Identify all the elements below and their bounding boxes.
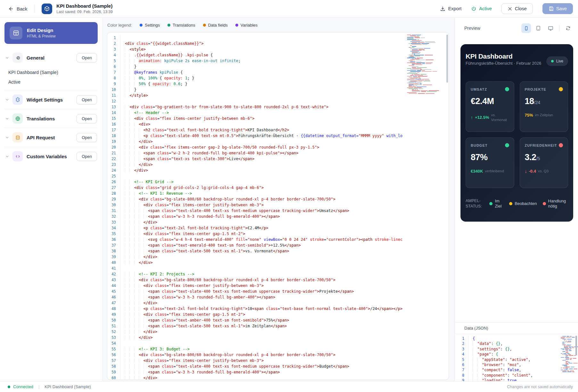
code-text: "loading": true,: [468, 378, 578, 381]
sidebar-child-item[interactable]: KPI Dashboard (Sample): [8, 68, 98, 77]
editor-line: 39 </div>: [107, 254, 449, 260]
code-text: </div>: [120, 329, 449, 335]
line-number: 1: [455, 336, 468, 341]
line-number: 49: [107, 312, 120, 317]
line-number: 22: [107, 156, 120, 162]
line-number: 7: [107, 69, 120, 75]
editor-line: 50 <span class="text-amber-400 text-sm f…: [107, 317, 449, 323]
line-number: 58: [107, 363, 120, 369]
back-button[interactable]: Back: [8, 6, 27, 12]
code-text: <div class="flex items-center justify-be…: [120, 116, 449, 121]
editor-line: 48 <p class="text-2xl font-bold tracking…: [107, 306, 449, 312]
editor-line: 20 <div class="flex items-center gap-2 b…: [107, 144, 449, 150]
save-button[interactable]: Save: [542, 3, 573, 14]
line-number: 48: [107, 306, 120, 312]
editor-line: 30 <div class="flex items-center justify…: [107, 202, 449, 208]
code-text: <p class="text-2xl font-bold tracking-ti…: [120, 306, 449, 312]
json-scrollbar[interactable]: [575, 336, 577, 355]
open-button[interactable]: Open: [77, 53, 97, 62]
open-button[interactable]: Open: [77, 95, 97, 104]
line-number: 12: [107, 98, 120, 104]
kpi-card-header: UMSATZ: [471, 87, 509, 91]
open-button[interactable]: Open: [77, 152, 97, 161]
line-number: 34: [107, 225, 120, 231]
kpi-value: 87%: [471, 152, 509, 162]
kpi-card-projekte: PROJEKTE18/2475%im Zeitplan: [520, 81, 568, 132]
code-text: <span class="text-amber-400 text-sm font…: [120, 317, 449, 323]
color-legend-label: Color legend:: [107, 23, 132, 28]
line-number: 2: [107, 41, 120, 46]
ampel-item-label: Beobachten: [515, 201, 537, 206]
code-text: <div class="flex items-center justify-be…: [120, 202, 449, 208]
editor-line: 37 <span class="text-emerald-400 text-sm…: [107, 242, 449, 248]
editor-line: 49 <div class="flex items-center gap-1.5…: [107, 312, 449, 317]
code-lines[interactable]: 12<div class="{{widget.className}}">3 <s…: [107, 33, 449, 380]
autosave-note: Changes are not saved automatically: [507, 385, 573, 389]
preview-refresh-button[interactable]: [563, 23, 573, 33]
code-text: <div class="flex items-center gap-2 bg-s…: [120, 144, 449, 150]
code-text: animation: kpiPulse 2s ease-in-out infin…: [120, 58, 449, 64]
sidebar-child-item[interactable]: Active: [8, 77, 98, 87]
editor-line: 58 <span class="text-slate-400 text-xs f…: [107, 363, 449, 369]
kpi-trend-row: ↓-0.4vs. Q3: [525, 169, 563, 174]
status-document-name: KPI Dashboard (Sample): [45, 384, 91, 389]
connected-dot: [8, 386, 10, 388]
open-button[interactable]: Open: [77, 133, 97, 142]
line-number: 42: [107, 271, 120, 277]
code-text: <div class="grid grid-cols-2 lg:grid-col…: [120, 185, 449, 191]
code-text: <div class="bg-slate-800/60 backdrop-blu…: [120, 277, 449, 283]
legend-item-label: Settings: [145, 23, 160, 28]
kpi-value: 18/24: [525, 96, 563, 106]
preview-mobile-button[interactable]: [521, 23, 531, 33]
kpi-status-dot: [505, 87, 509, 91]
edit-design-tab[interactable]: Edit Design HTML & Preview: [4, 22, 98, 44]
kpi-trend-row: ↑+12.5%vs. Vormonat: [471, 113, 509, 122]
active-toggle-button[interactable]: Active: [471, 6, 492, 12]
legend-item-label: Translations: [173, 23, 195, 28]
code-text: <div class="flex items-center gap-1.5 mt…: [120, 312, 449, 317]
line-number: 30: [107, 202, 120, 208]
code-text: <div class="bg-slate-800/60 backdrop-blu…: [120, 196, 449, 202]
json-line: 3 "settings": {},: [455, 347, 578, 352]
sidebar-item-custom-variables[interactable]: Custom VariablesOpen: [4, 147, 98, 166]
close-button[interactable]: Close: [501, 3, 533, 14]
code-icon: [12, 151, 23, 161]
export-button[interactable]: Export: [440, 6, 461, 12]
line-number: 37: [107, 242, 120, 248]
chevron-down-icon: [5, 98, 9, 102]
editor-line: 53 </div>: [107, 335, 449, 340]
sidebar-item-widget-settings[interactable]: Widget SettingsOpen: [4, 90, 98, 109]
line-number: 14: [107, 110, 120, 116]
preview-desktop-button[interactable]: [546, 23, 555, 33]
database-icon: [12, 132, 23, 143]
json-line: 8 "component": "client",: [455, 373, 578, 378]
editor-line: 19 </div>: [107, 139, 449, 144]
kpi-value-suffix: /5: [536, 156, 540, 161]
kpi-label: BUDGET: [471, 143, 487, 147]
json-editor[interactable]: 1{2 "data": {},3 "settings": {},4 "page"…: [455, 334, 578, 381]
line-number: 59: [107, 369, 120, 375]
kpi-status-dot: [559, 87, 563, 91]
open-button[interactable]: Open: [77, 114, 97, 123]
editor-line: 56 <div class="bg-slate-800/60 backdrop-…: [107, 352, 449, 358]
code-text: <div class="flex items-center justify-be…: [120, 358, 449, 363]
sidebar-item-api-request[interactable]: API RequestOpen: [4, 128, 98, 147]
preview-tablet-button[interactable]: [533, 23, 543, 33]
trend-down-icon: ↓: [525, 169, 527, 173]
json-minimap[interactable]: [561, 336, 572, 372]
kpi-label: ZUFRIEDENHEIT: [525, 143, 557, 147]
line-number: 47: [107, 300, 120, 306]
kpi-card-header: ZUFRIEDENHEIT: [525, 143, 563, 147]
kpi-card-zufriedenheit: ZUFRIEDENHEIT3.2/5↓-0.4vs. Q3: [520, 137, 568, 188]
editor-minimap[interactable]: [407, 35, 445, 94]
html-code-editor[interactable]: 12<div class="{{widget.className}}">3 <s…: [107, 32, 449, 380]
header-divider: [34, 4, 35, 13]
line-number: 45: [107, 289, 120, 294]
code-text: </div>: [120, 260, 449, 265]
kpi-card-header: BUDGET: [471, 143, 509, 147]
json-line: 1{: [455, 336, 578, 341]
edit-design-title: Edit Design: [27, 28, 56, 33]
sidebar-item-general[interactable]: GeneralOpen: [4, 48, 98, 67]
sidebar-item-translations[interactable]: TranslationsOpen: [4, 109, 98, 128]
editor-scrollbar[interactable]: [446, 35, 448, 83]
